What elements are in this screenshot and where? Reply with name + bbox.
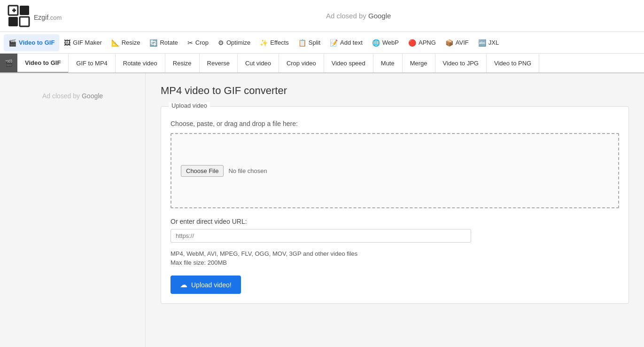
svg-rect-3 [20, 17, 29, 26]
choose-file-button[interactable]: Choose File [181, 165, 224, 177]
sidebar: Ad closed by Google [0, 73, 146, 347]
split-icon: 📋 [298, 39, 306, 47]
optimize-icon: ⚙ [218, 39, 224, 47]
max-size: Max file size: 200MB [171, 259, 619, 266]
page-layout: Ad closed by Google MP4 video to GIF con… [0, 73, 644, 347]
nav-item-crop[interactable]: ✂ Crop [183, 34, 213, 51]
ad-closed-sidebar: Ad closed by Google [8, 92, 138, 100]
nav-item-gif-maker[interactable]: 🖼 GIF Maker [59, 34, 106, 51]
upload-legend: Upload video [169, 102, 210, 109]
sub-nav-video-speed[interactable]: Video speed [324, 54, 373, 73]
ad-closed-text-top: Ad closed by Google [326, 12, 391, 20]
nav-item-apng[interactable]: 🔴 APNG [403, 34, 441, 51]
file-input-wrapper: Choose File No file chosen [181, 165, 267, 177]
sub-nav-gif-to-mp4[interactable]: GIF to MP4 [69, 54, 115, 73]
main-nav: 🎬 Video to GIF 🖼 GIF Maker 📐 Resize 🔄 Ro… [0, 32, 644, 54]
svg-rect-2 [8, 17, 18, 26]
logo-text: Ezgif.com [34, 8, 62, 23]
main-content: MP4 video to GIF converter Upload video … [146, 73, 644, 347]
nav-item-split[interactable]: 📋 Split [294, 34, 325, 51]
nav-item-webp[interactable]: 🌐 WebP [367, 34, 403, 51]
sub-nav: 🎬 Video to GIF GIF to MP4 Rotate video R… [0, 54, 644, 73]
no-file-text: No file chosen [228, 167, 267, 174]
rotate-icon: 🔄 [149, 39, 157, 47]
jxl-icon: 🔤 [478, 39, 486, 47]
sub-nav-rotate-video[interactable]: Rotate video [116, 54, 165, 73]
sub-nav-video-to-jpg[interactable]: Video to JPG [435, 54, 487, 73]
nav-item-effects[interactable]: ✨ Effects [255, 34, 294, 51]
resize-icon: 📐 [111, 39, 119, 47]
apng-icon: 🔴 [408, 39, 416, 47]
sub-nav-video-to-gif[interactable]: Video to GIF [17, 54, 69, 73]
nav-item-jxl[interactable]: 🔤 JXL [473, 34, 504, 51]
add-text-icon: 📝 [330, 39, 338, 47]
page-title: MP4 video to GIF converter [161, 85, 629, 97]
drop-zone[interactable]: Choose File No file chosen [171, 133, 619, 208]
logo-link[interactable]: Ezgif.com [8, 5, 62, 27]
logo-icon [8, 5, 30, 27]
upload-section: Upload video Choose, paste, or drag and … [161, 106, 629, 304]
upload-button[interactable]: ☁ Upload video! [171, 276, 241, 294]
ad-area-top: Ad closed by Google [80, 12, 636, 20]
nav-item-video-to-gif[interactable]: 🎬 Video to GIF [4, 34, 59, 51]
effects-icon: ✨ [260, 39, 268, 47]
nav-item-optimize[interactable]: ⚙ Optimize [213, 34, 255, 51]
upload-hint: Choose, paste, or drag and drop a file h… [171, 120, 619, 127]
top-header: Ezgif.com Ad closed by Google [0, 0, 644, 32]
sub-nav-reverse[interactable]: Reverse [200, 54, 238, 73]
nav-item-avif[interactable]: 📦 AVIF [441, 34, 473, 51]
sub-nav-crop-video[interactable]: Crop video [279, 54, 324, 73]
webp-icon: 🌐 [372, 39, 380, 47]
nav-item-rotate[interactable]: 🔄 Rotate [145, 34, 182, 51]
nav-item-resize[interactable]: 📐 Resize [107, 34, 145, 51]
sub-nav-cut-video[interactable]: Cut video [238, 54, 279, 73]
crop-icon: ✂ [187, 39, 193, 47]
sub-nav-resize[interactable]: Resize [165, 54, 200, 73]
sub-nav-mute[interactable]: Mute [373, 54, 403, 73]
sub-nav-merge[interactable]: Merge [403, 54, 435, 73]
url-label: Or enter direct video URL: [171, 218, 619, 225]
upload-icon: ☁ [180, 280, 187, 289]
supported-formats: MP4, WebM, AVI, MPEG, FLV, OGG, MOV, 3GP… [171, 250, 619, 257]
nav-item-add-text[interactable]: 📝 Add text [325, 34, 367, 51]
film-icon: 🎬 [0, 54, 17, 73]
url-input[interactable] [171, 229, 471, 243]
sub-nav-video-to-png[interactable]: Video to PNG [487, 54, 539, 73]
avif-icon: 📦 [445, 39, 453, 47]
svg-rect-1 [20, 6, 29, 15]
video-to-gif-icon: 🎬 [8, 39, 16, 47]
gif-maker-icon: 🖼 [64, 39, 70, 47]
